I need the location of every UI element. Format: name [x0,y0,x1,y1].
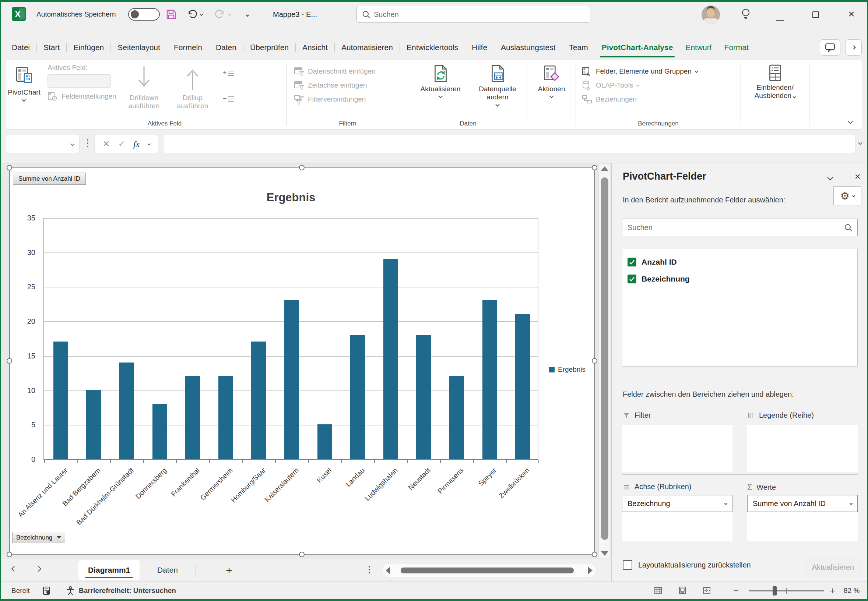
legend-drop-zone[interactable] [747,425,858,472]
tools-button[interactable]: ⚙ [833,186,861,205]
macro-record-icon[interactable] [42,586,52,595]
filter-drop-zone[interactable] [622,425,732,472]
tab-einfügen[interactable]: Einfügen [67,37,110,58]
x-axis-tick [538,460,539,463]
aktualisieren-button[interactable]: Aktualisieren [413,64,468,120]
collapse-ribbon-button[interactable] [848,118,852,125]
page-layout-view-icon[interactable] [678,586,687,595]
zoom-out-button[interactable]: − [733,582,739,599]
pane-options-icon[interactable] [828,174,832,181]
undo-button[interactable] [186,9,203,20]
lightbulb-icon[interactable] [741,8,751,22]
tab-überprüfen[interactable]: Überprüfen [244,37,295,58]
accessibility-status[interactable]: Barrierefreiheit: Untersuchen [66,582,176,599]
autosave-toggle[interactable] [128,8,160,21]
axis-field-button[interactable]: Bezeichnung [12,532,65,543]
name-box-dropdown-icon[interactable] [70,142,74,146]
expand-field-button[interactable]: + [223,69,235,80]
vertical-scrollbar[interactable] [598,164,610,558]
tab-team[interactable]: Team [563,37,594,58]
fields-search-box[interactable] [622,219,858,236]
name-box-input[interactable] [6,140,64,148]
field-list-item[interactable]: Bezeichnung [628,270,857,287]
drilldown-button: Drilldown ausführen [125,64,162,120]
minimize-button[interactable] [771,9,789,21]
add-sheet-button[interactable]: + [221,562,237,579]
tab-hilfe[interactable]: Hilfe [466,37,494,58]
chart-handle-se[interactable] [592,552,598,557]
chart-handle-sw[interactable] [7,552,12,557]
zoom-slider-thumb[interactable] [773,586,777,595]
chart-handle-e[interactable] [592,358,598,364]
value-field-button[interactable]: Summe von Anzahl ID [13,172,86,185]
pivotchart-button[interactable]: PivotChart [8,64,41,120]
close-button[interactable]: × [842,7,860,21]
field-list-item[interactable]: Anzahl ID [628,253,857,270]
ribbon-overflow-button[interactable] [845,40,862,56]
zoom-in-button[interactable]: + [830,582,835,599]
scroll-down-icon[interactable] [601,551,608,556]
tab-entwurf[interactable]: Entwurf [679,37,718,58]
field-checkbox-checked[interactable] [628,258,636,267]
formula-input[interactable] [164,135,855,153]
search-bar[interactable] [356,6,590,23]
excel-logo-icon[interactable]: X [11,6,26,23]
collapse-field-button[interactable]: − [223,95,235,105]
tab-format[interactable]: Format [718,37,755,58]
x-axis-tick [407,460,408,463]
name-box[interactable] [5,135,79,153]
chart-handle-s[interactable] [299,552,304,557]
maximize-button[interactable] [807,9,825,21]
tab-seitenlayout[interactable]: Seitenlayout [111,37,167,58]
user-avatar[interactable] [701,5,720,26]
normal-view-icon[interactable] [654,586,663,595]
fields-search-input[interactable] [622,223,828,232]
tab-separator [37,43,37,52]
hscroll-right-icon[interactable] [588,567,593,574]
einblenden-ausblenden-button[interactable]: Einblenden/Ausblenden [744,64,807,120]
pivot-chart[interactable]: Summe von Anzahl ID Ergebnis 05101520253… [9,168,595,555]
search-input[interactable] [374,10,573,19]
sheet-tab-diagramm1[interactable]: Diagramm1 [78,560,139,580]
page-break-view-icon[interactable] [702,586,711,595]
felder-elemente-gruppen-button[interactable]: fx Felder, Elemente und Gruppen [582,65,741,78]
chart-handle-ne[interactable] [592,165,598,171]
vertical-scroll-thumb[interactable] [601,177,608,540]
defer-layout-checkbox[interactable] [623,560,632,570]
aktionen-button[interactable]: Aktionen [530,64,574,120]
field-checkbox-checked[interactable] [628,275,636,284]
tab-pivotchart-analyse[interactable]: PivotChart-Analyse [596,37,680,58]
axis-field-chip[interactable]: Bezeichnung [622,495,732,512]
chart-handle-nw[interactable] [7,165,12,171]
sheet-nav-prev-icon[interactable] [12,566,16,572]
tab-ansicht[interactable]: Ansicht [296,37,334,58]
zoom-level[interactable]: 82 % [844,582,860,599]
horizontal-scroll-thumb[interactable] [401,567,574,574]
undo-dropdown-icon[interactable] [200,13,203,16]
scroll-up-icon[interactable] [601,166,608,171]
tab-start[interactable]: Start [37,37,66,58]
tab-automatisieren[interactable]: Automatisieren [335,37,399,58]
tab-datei[interactable]: Datei [6,37,36,58]
hscroll-left-icon[interactable] [385,567,390,574]
sheet-tab-daten[interactable]: Daten [148,560,188,580]
save-icon[interactable] [166,9,177,21]
tab-daten[interactable]: Daten [209,37,243,58]
formula-bar-handle[interactable] [87,139,89,140]
chart-handle-n[interactable] [299,165,304,171]
fx-dropdown-icon[interactable] [147,142,150,145]
values-field-chip[interactable]: Summe von Anzahl ID [747,495,858,512]
insert-function-button[interactable]: fx [133,139,139,149]
sheet-nav-next-icon[interactable] [37,566,41,572]
datenquelle-aendern-button[interactable]: Datenquelle ändern [472,64,523,120]
chart-handle-w[interactable] [7,358,12,364]
ribbon-tabs: DateiStartEinfügenSeitenlayoutFormelnDat… [1,37,867,58]
expand-formula-bar-icon[interactable] [858,140,862,145]
pane-close-icon[interactable]: × [850,169,865,184]
tab-auslastungstest[interactable]: Auslastungstest [495,37,562,58]
quick-access-customize-icon[interactable] [245,11,252,18]
hscroll-resize-handle[interactable] [368,566,370,567]
tab-entwicklertools[interactable]: Entwicklertools [400,37,465,58]
comments-button[interactable] [820,40,840,56]
tab-formeln[interactable]: Formeln [168,37,208,58]
